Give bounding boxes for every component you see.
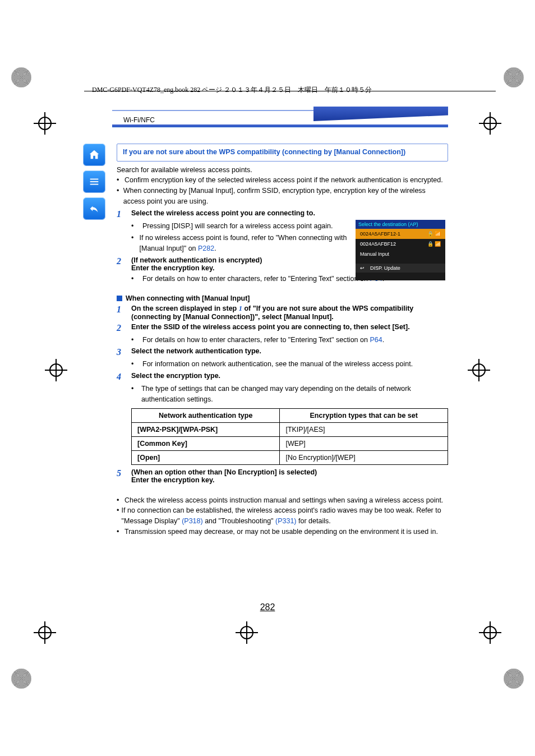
- wifi-icon: 📶: [435, 231, 441, 237]
- ss-row: Manual Input: [356, 249, 445, 259]
- note-text: Check the wireless access points instruc…: [124, 495, 443, 506]
- ss-row-selected: 0024A5AFBF12-1🔒📶: [356, 229, 445, 239]
- step-title: Select the wireless access point you are…: [131, 209, 315, 217]
- page-number: 282: [0, 602, 535, 612]
- step-sub: For details on how to enter characters, …: [142, 335, 384, 345]
- registration-mark: [468, 359, 490, 381]
- callout-text: If you are not sure about the WPS compat…: [123, 148, 405, 156]
- back-arrow-icon: ↩: [360, 265, 365, 271]
- table-row: [Open][No Encryption]/[WEP]: [132, 450, 448, 464]
- step-sub: Pressing [DISP.] will search for a wirel…: [142, 221, 333, 232]
- menu-button[interactable]: [83, 170, 105, 193]
- intro-text: Search for available wireless access poi…: [117, 165, 448, 176]
- note-text: If no connection can be established, the…: [122, 505, 448, 527]
- step-sub: For details on how to enter characters, …: [142, 274, 384, 284]
- subsection-heading: When connecting with [Manual Input]: [117, 294, 448, 302]
- page-ref-link[interactable]: (P331): [275, 517, 297, 525]
- step-title: Select the encryption type.: [131, 372, 220, 380]
- corner-circle: [504, 67, 524, 87]
- svg-rect-0: [90, 179, 99, 180]
- intro-bullet: Confirm encryption key of the selected w…: [124, 175, 443, 186]
- ss-row: 0024A5AFBF12🔒📶: [356, 239, 445, 249]
- registration-mark: [34, 621, 56, 644]
- encryption-table: Network authentication typeEncryption ty…: [131, 408, 448, 465]
- svg-rect-1: [90, 181, 99, 182]
- registration-mark: [34, 112, 56, 135]
- callout-box: If you are not sure about the WPS compat…: [117, 144, 448, 162]
- step-sub: The type of settings that can be changed…: [141, 384, 448, 405]
- table-row: [Common Key][WEP]: [132, 436, 448, 450]
- intro-bullet: When connecting by [Manual Input], confi…: [123, 186, 448, 207]
- header-divider: [112, 127, 448, 127]
- registration-mark: [45, 359, 67, 381]
- note-text: Transmission speed may decrease, or may …: [124, 527, 438, 537]
- table-header: Encryption types that can be set: [280, 408, 448, 422]
- step-sub: If no wireless access point is found, re…: [140, 233, 347, 254]
- step-title: Select the network authentication type.: [131, 347, 261, 355]
- step-title: On the screen displayed in step 1 of "If…: [131, 305, 413, 321]
- registration-mark: [479, 112, 501, 135]
- square-bullet-icon: [117, 296, 122, 301]
- registration-mark: [479, 621, 501, 644]
- header-thick: [112, 125, 448, 127]
- corner-circle: [11, 669, 31, 689]
- step-title: Enter the SSID of the wireless access po…: [131, 323, 410, 331]
- corner-circle: [504, 669, 524, 689]
- registration-mark: [236, 621, 258, 644]
- doc-meta-header: DMC-G6PDF-VQT4Z78_eng.book 282 ページ ２０１３年…: [92, 85, 372, 95]
- page-ref-link[interactable]: P64: [370, 336, 382, 344]
- breadcrumb: Wi-Fi/NFC: [123, 116, 155, 124]
- page-ref-link[interactable]: (P318): [182, 517, 203, 525]
- step-sub: For information on network authenticatio…: [142, 359, 413, 370]
- device-screenshot: Select the destination (AP) 0024A5AFBF12…: [356, 220, 445, 280]
- lock-icon: 🔒: [427, 231, 433, 237]
- step-title: (If network authentication is encrypted)…: [131, 256, 262, 272]
- home-button[interactable]: [83, 144, 105, 166]
- ss-header: Select the destination (AP): [356, 220, 445, 229]
- wifi-icon: 📶: [435, 241, 441, 247]
- back-button[interactable]: [83, 197, 105, 220]
- lock-icon: 🔒: [427, 241, 433, 247]
- step-title: (When an option other than [No Encryptio…: [131, 468, 317, 484]
- corner-circle: [11, 67, 31, 87]
- ss-footer: ↩DISP. Update: [356, 264, 445, 273]
- svg-rect-2: [90, 184, 99, 185]
- table-header: Network authentication type: [132, 408, 280, 422]
- page-ref-link[interactable]: P282: [198, 245, 214, 252]
- table-row: [WPA2-PSK]/[WPA-PSK][TKIP]/[AES]: [132, 422, 448, 436]
